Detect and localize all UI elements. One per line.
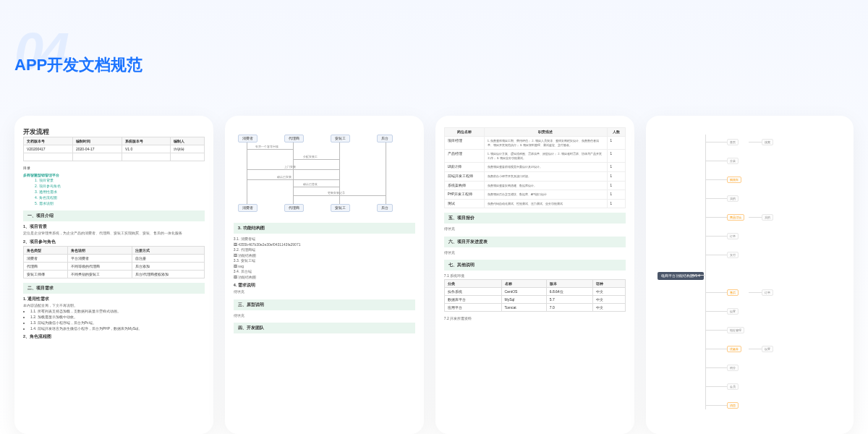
mindmap: 电商平台功能结构图V1.4 首页 分类 购物车 我的 商品详情 订单 支付 售后… xyxy=(655,127,845,422)
req1: 1.1. 所有列表支持态加载，支数据列表显示空样式动画。 xyxy=(30,308,205,314)
sec1: 一、项目介绍 xyxy=(23,210,205,221)
mm-n1: 分类 xyxy=(727,158,739,164)
eh1: 名称 xyxy=(501,279,546,287)
d3r0c0: 项目经理 xyxy=(444,137,484,150)
sub31: 3.1. 消费者端 xyxy=(234,237,415,242)
mm-s2: 订单 xyxy=(762,289,773,296)
d3r6c2: 1 xyxy=(607,199,625,208)
e20: 应用平台 xyxy=(444,303,501,311)
r21: 不同类别的安装工 xyxy=(68,270,132,278)
struct2-text: 功能结构图 xyxy=(238,275,256,279)
mm-n11: 积分 xyxy=(727,365,739,371)
mm-n10: 优惠券 xyxy=(727,346,741,352)
mm-n12: 会员 xyxy=(727,383,739,390)
mml1 xyxy=(705,161,727,161)
d3r2c2: 1 xyxy=(607,163,625,172)
fl3: 上门安装 xyxy=(284,165,296,169)
mm-n6: 支付 xyxy=(727,252,739,258)
d3r2c0: UI设计师 xyxy=(444,163,484,172)
hline2 xyxy=(293,159,339,160)
mml7 xyxy=(705,292,727,293)
flow-bot-1: 消费者 xyxy=(238,204,258,212)
r10: 代理商 xyxy=(24,262,68,270)
hline6 xyxy=(293,195,386,196)
sub34: 3.4. 后台端 xyxy=(234,269,415,275)
main-title: APP开发文档规范 xyxy=(14,54,142,76)
mm-n7: 售后 xyxy=(727,289,739,296)
e21: Tomcat xyxy=(501,303,546,311)
hline3 xyxy=(247,169,339,170)
mmsl3 xyxy=(749,349,762,349)
meta-h3: 系统版本号 xyxy=(122,137,170,145)
e22: 7.0 xyxy=(546,303,593,311)
req-intro: 本内容适配全局，下文不再说明。 xyxy=(23,303,205,309)
fl2: 分配安装工 xyxy=(303,155,318,158)
mm-n2: 购物车 xyxy=(727,176,741,183)
d3r4c1: 负责项目整套架构搭建、数据库设计。 xyxy=(484,181,607,190)
e03: 中文 xyxy=(593,287,625,295)
th-count: 人数 xyxy=(607,128,625,137)
reqs-list: 1.1. 所有列表支持态加载，支数据列表显示空样式动画。 1.2. 加载需显示加… xyxy=(23,308,205,331)
e23: 中文 xyxy=(593,303,625,311)
doc2-sec3: 3. 功能结构图 xyxy=(234,223,415,234)
doc-card-2: 消费者 代理商 安装工 后台 有另一个客等审核 分配安装工 上门安装 确认已安装… xyxy=(225,116,424,434)
e01: CentOS xyxy=(501,287,546,295)
e13: 中文 xyxy=(593,295,625,303)
svgnote: 🖼 svg xyxy=(234,264,415,270)
meta-h4: 编制人 xyxy=(170,137,204,145)
d3r6c0: 测试 xyxy=(444,199,484,208)
r02: 自注册 xyxy=(132,254,204,262)
doc3-sec5: 五、项目报价 xyxy=(444,213,626,224)
doc2-sec5: 四、开发团队 xyxy=(234,323,415,333)
d3r1c0: 产品经理 xyxy=(444,150,484,163)
svg-text: svg xyxy=(238,264,244,268)
toc-5: 5. 需求说明 xyxy=(35,200,205,206)
toc-2: 2. 项目参与角色 xyxy=(35,183,205,189)
struct2: 🖼 功能结构图 xyxy=(234,275,415,281)
d3r3c0: 前端开发工程师 xyxy=(444,171,484,181)
bg-text: 定位是企业管理类系统，为企业产品的消费者、代理商、安装工实现购买、安装、售后的一… xyxy=(23,231,205,237)
e11: MySql xyxy=(501,295,546,303)
d3r5c2: 1 xyxy=(607,190,625,200)
catalog-label: 目录 xyxy=(23,166,205,170)
d3r4c0: 系统架构师 xyxy=(444,181,484,190)
flow-bot-2: 代理商 xyxy=(284,204,304,212)
d3r3c2: 1 xyxy=(607,171,625,181)
doc3-sec7: 七、其他说明 xyxy=(444,260,626,271)
doc-card-3: 岗位名称 职责描述 人数 项目经理1. 负责整体项目工期、费用评估； 2. 项目… xyxy=(435,116,634,434)
eh0: 分类 xyxy=(444,279,501,287)
sec2: 二、项目需求 xyxy=(23,283,205,294)
flow-top-2: 代理商 xyxy=(284,135,304,142)
sub72: 7.2 开发所需资料 xyxy=(444,316,626,322)
meta-d4: 许铁铸 xyxy=(170,145,204,153)
mm-n0: 首页 xyxy=(727,139,739,145)
th-role: 岗位名称 xyxy=(444,128,484,137)
doc3-sec6: 六、项目开发进度表 xyxy=(444,237,626,247)
fl4: 确认已安装 xyxy=(277,175,292,179)
doc2-sec4: 三、原型说明 xyxy=(234,299,415,310)
mml11 xyxy=(705,367,727,368)
d3r4c2: 1 xyxy=(607,181,625,190)
d3r3c1: 负责前台小程序开发及接口对接。 xyxy=(484,171,607,181)
vline1 xyxy=(247,142,247,204)
r22: 后台/代理商授权添加 xyxy=(132,270,204,278)
e02: 6.8.64位 xyxy=(546,287,593,295)
flowchart: 消费者 代理商 安装工 后台 有另一个客等审核 分配安装工 上门安装 确认已安装… xyxy=(234,132,415,218)
d3r6c1: 负责代码自动化测试、性能测试、压力测试、业务功能测试 xyxy=(484,199,607,208)
mml4 xyxy=(705,217,727,218)
eh3: 语种 xyxy=(593,279,625,287)
mm-n13: 消息 xyxy=(727,402,739,409)
meta-d1: V20200417 xyxy=(24,145,73,153)
d3pend1: 待填充 xyxy=(444,226,626,232)
req2: 1.2. 加载需显示加载中动效。 xyxy=(30,314,205,320)
rh3: 注册方式 xyxy=(132,246,204,254)
mm-trunk xyxy=(705,135,706,409)
d3r0c2: 1 xyxy=(607,137,625,150)
r11: 不同等级的代理商 xyxy=(68,262,132,270)
d3r5c1: 负责项目后台交互模块、数据库、API接口设计 xyxy=(484,190,607,200)
flow-top-4: 后台 xyxy=(377,135,393,142)
d3r5c0: PHP开发工程师 xyxy=(444,190,484,200)
sub32: 3.2. 代理商端 xyxy=(234,247,415,253)
mm-root-connector xyxy=(692,275,705,276)
mm-n4: 商品详情 xyxy=(727,214,744,221)
